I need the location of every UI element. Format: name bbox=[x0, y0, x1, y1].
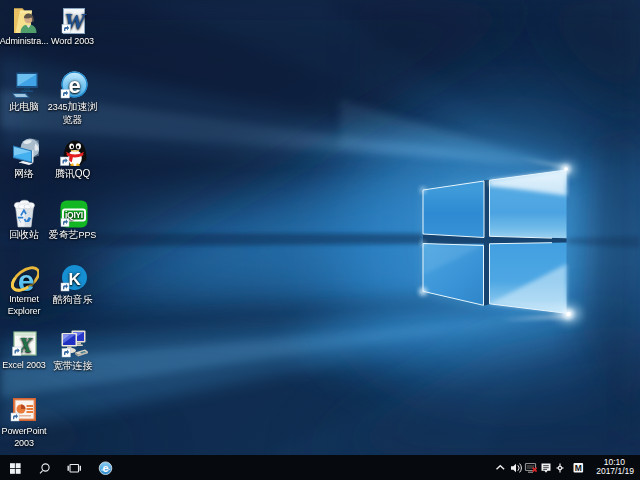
svg-text:e: e bbox=[68, 73, 80, 98]
svg-text:e: e bbox=[102, 462, 108, 474]
svg-text:K: K bbox=[68, 270, 81, 289]
